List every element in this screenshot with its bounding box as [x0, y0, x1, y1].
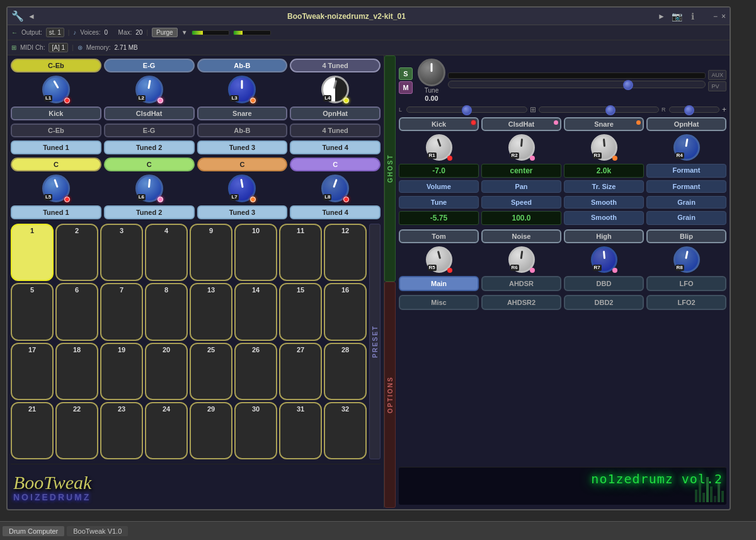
- close-btn[interactable]: ×: [721, 12, 726, 21]
- trsize-label: Tr. Size: [564, 180, 644, 193]
- preset-strip[interactable]: PRESET: [369, 224, 381, 459]
- knob-r4[interactable]: R4: [673, 134, 700, 161]
- title-arrow-right[interactable]: ►: [658, 12, 665, 21]
- label-tuned1[interactable]: Tuned 1: [11, 141, 101, 154]
- preset-btn-22[interactable]: 22: [55, 402, 98, 459]
- label-tuned2[interactable]: Tuned 2: [104, 141, 195, 154]
- preset-btn-29[interactable]: 29: [190, 402, 232, 459]
- preset-btn-16[interactable]: 16: [324, 283, 367, 340]
- label-tuned4[interactable]: Tuned 4: [290, 141, 381, 154]
- tab-main[interactable]: Main: [399, 276, 479, 291]
- preset-btn-8[interactable]: 8: [145, 283, 188, 340]
- info-icon[interactable]: ℹ: [691, 11, 694, 21]
- label-bot-tuned3[interactable]: Tuned 3: [197, 205, 288, 219]
- ch-clsdhat[interactable]: ClsdHat: [481, 117, 561, 131]
- output-dropdown[interactable]: st. 1: [46, 28, 64, 37]
- label-4tuned[interactable]: 4 Tuned: [290, 59, 381, 72]
- label-c1[interactable]: C: [11, 158, 101, 171]
- tune-knob[interactable]: [418, 59, 445, 86]
- preset-btn-26[interactable]: 26: [234, 343, 277, 400]
- label-c-eb[interactable]: C-Eb: [11, 59, 101, 72]
- preset-btn-18[interactable]: 18: [55, 343, 98, 400]
- lr-slider[interactable]: [406, 106, 527, 113]
- preset-btn-23[interactable]: 23: [100, 402, 143, 459]
- lr-slider2[interactable]: [539, 106, 660, 113]
- preset-btn-25[interactable]: 25: [190, 343, 232, 400]
- preset-btn-20[interactable]: 20: [145, 343, 188, 400]
- pv-btn[interactable]: PV: [708, 81, 726, 91]
- ch-snare[interactable]: Snare: [564, 117, 644, 131]
- preset-btn-14[interactable]: 14: [234, 283, 277, 340]
- m-button[interactable]: M: [399, 81, 413, 94]
- preset-btn-19[interactable]: 19: [100, 343, 143, 400]
- label-c2[interactable]: C: [104, 158, 195, 171]
- label-c3[interactable]: C: [197, 158, 288, 171]
- preset-btn-9[interactable]: 9: [190, 224, 232, 281]
- tab-misc[interactable]: Misc: [399, 295, 479, 310]
- ch-tom[interactable]: Tom: [399, 229, 479, 243]
- preset-btn-6[interactable]: 6: [55, 283, 98, 340]
- fader-right[interactable]: [669, 106, 719, 113]
- tab-lfo2[interactable]: LFO2: [646, 295, 726, 310]
- label-e-g[interactable]: E-G: [104, 59, 195, 72]
- voices-label: Voices:: [80, 29, 100, 36]
- preset-btn-13[interactable]: 13: [190, 283, 232, 340]
- preset-btn-21[interactable]: 21: [11, 402, 54, 459]
- preset-btn-7[interactable]: 7: [100, 283, 143, 340]
- status-item-1[interactable]: Drum Computer: [3, 526, 64, 536]
- label-c4[interactable]: C: [290, 158, 381, 171]
- min-btn[interactable]: −: [713, 12, 718, 21]
- preset-btn-1[interactable]: 1: [11, 224, 54, 281]
- title-arrow-left[interactable]: ◄: [28, 12, 35, 21]
- preset-btn-15[interactable]: 15: [279, 283, 322, 340]
- options-strip[interactable]: OPTIONS: [384, 282, 396, 508]
- preset-btn-2[interactable]: 2: [55, 224, 98, 281]
- ch-noise[interactable]: Noise: [481, 229, 561, 243]
- label-kick[interactable]: Kick: [11, 106, 101, 120]
- label-bot-tuned1[interactable]: Tuned 1: [11, 205, 101, 219]
- fader-top[interactable]: [448, 81, 706, 88]
- preset-btn-5[interactable]: 5: [11, 283, 54, 340]
- preset-btn-11[interactable]: 11: [279, 224, 322, 281]
- preset-btn-28[interactable]: 28: [324, 343, 367, 400]
- label-clsdhat[interactable]: ClsdHat: [104, 106, 195, 120]
- s-button[interactable]: S: [399, 67, 413, 80]
- ch-blip[interactable]: Blip: [646, 229, 726, 243]
- label2-ab-b[interactable]: Ab-B: [197, 124, 288, 137]
- ghost-strip[interactable]: GHOST: [384, 55, 396, 282]
- preset-btn-27[interactable]: 27: [279, 343, 322, 400]
- preset-btn-4[interactable]: 4: [145, 224, 188, 281]
- preset-btn-32[interactable]: 32: [324, 402, 367, 459]
- tab-ahdsr2[interactable]: AHDSR2: [481, 295, 561, 310]
- purge-btn[interactable]: Purge: [152, 28, 178, 37]
- aux-btn[interactable]: AUX: [708, 70, 726, 80]
- tab-ahdsr[interactable]: AHDSR: [481, 276, 561, 291]
- ch-kick[interactable]: Kick: [399, 117, 479, 131]
- label-bot-tuned4[interactable]: Tuned 4: [290, 205, 381, 219]
- label-opnhat[interactable]: OpnHat: [290, 106, 381, 120]
- preset-btn-10[interactable]: 10: [234, 224, 277, 281]
- tab-dbd2[interactable]: DBD2: [564, 295, 644, 310]
- label-snare[interactable]: Snare: [197, 106, 288, 120]
- preset-btn-17[interactable]: 17: [11, 343, 54, 400]
- tab-dbd[interactable]: DBD: [564, 276, 644, 291]
- label-ab-b[interactable]: Ab-B: [197, 59, 288, 72]
- camera-icon[interactable]: 📷: [672, 11, 682, 21]
- knob-r8[interactable]: R8: [673, 246, 700, 273]
- preset-btn-3[interactable]: 3: [100, 224, 143, 281]
- midi-value[interactable]: [A] 1: [49, 43, 68, 52]
- ch-high[interactable]: High: [564, 229, 644, 243]
- label-bot-tuned2[interactable]: Tuned 2: [104, 205, 195, 219]
- label2-c-eb[interactable]: C-Eb: [11, 124, 101, 137]
- label2-4tuned[interactable]: 4 Tuned: [290, 124, 381, 137]
- tab-lfo[interactable]: LFO: [646, 276, 726, 291]
- label-tuned3[interactable]: Tuned 3: [197, 141, 288, 154]
- ch-opnhat[interactable]: OpnHat: [646, 117, 726, 131]
- label2-e-g[interactable]: E-G: [104, 124, 195, 137]
- preset-btn-31[interactable]: 31: [279, 402, 322, 459]
- purge-arrow[interactable]: ▼: [181, 29, 188, 36]
- preset-btn-12[interactable]: 12: [324, 224, 367, 281]
- plus-btn[interactable]: +: [722, 105, 726, 114]
- preset-btn-24[interactable]: 24: [145, 402, 188, 459]
- preset-btn-30[interactable]: 30: [234, 402, 277, 459]
